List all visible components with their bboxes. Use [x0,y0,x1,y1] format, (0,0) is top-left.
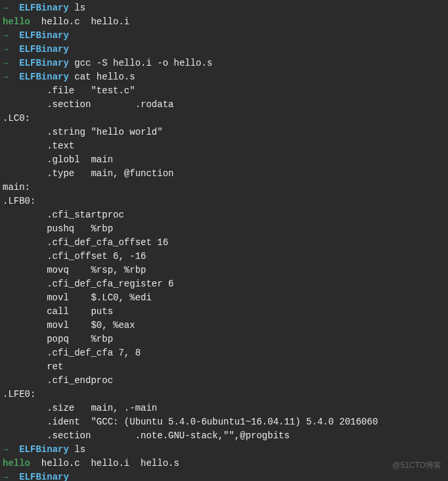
command-text: ls [74,3,85,13]
output-text: .ident "GCC: (Ubuntu 5.4.0-6ubuntu1~16.0… [3,417,378,427]
watermark: @51CTO博客 [392,459,441,471]
output-text: .cfi_def_cfa 7, 8 [3,348,141,358]
prompt-arrow-icon: → [3,472,8,481]
prompt-directory: ELFBinary [19,30,69,41]
prompt-arrow-icon: → [3,444,8,455]
output-text: main: [3,182,30,193]
output-text: .globl main [3,154,113,165]
prompt-directory: ELFBinary [19,472,69,481]
terminal-line: .text [3,139,445,153]
terminal-line: popq %rbp [3,332,445,346]
terminal-line: .LC0: [3,112,445,126]
output-text: .cfi_offset 6, -16 [3,251,146,262]
prompt-arrow-icon: → [3,3,8,13]
output-text: .size main, .-main [3,403,157,413]
output-text: .section .rodata [3,99,173,110]
output-text: .LFE0: [3,389,35,400]
terminal-line: → ELFBinary ls [3,1,445,15]
terminal-line: .globl main [3,153,445,167]
output-text: .file "test.c" [3,85,135,96]
output-text: .type main, @function [3,168,173,179]
terminal-line: hello hello.c hello.i [3,15,445,29]
terminal-line: .section .note.GNU-stack,"",@progbits [3,429,445,443]
output-text: .cfi_startproc [3,210,124,220]
prompt-directory: ELFBinary [19,3,69,13]
output-text: ret [3,361,63,372]
terminal-line: .cfi_startproc [3,208,445,222]
terminal-line: ret [3,360,445,374]
prompt-arrow-icon: → [3,72,8,82]
terminal-line: .cfi_def_cfa_offset 16 [3,236,445,250]
terminal-line: .LFE0: [3,388,445,401]
terminal-line: main: [3,181,445,195]
terminal-line: call puts [3,305,445,319]
prompt-directory: ELFBinary [19,444,69,455]
terminal-line: → ELFBinary gcc -S hello.i -o hello.s [3,57,445,70]
terminal-line: .cfi_endproc [3,374,445,388]
file-list: hello.c hello.i [30,16,129,27]
output-text: .LFB0: [3,196,35,206]
output-text: .LC0: [3,113,30,124]
prompt-directory: ELFBinary [19,44,69,55]
output-text: movl $.LC0, %edi [3,292,152,303]
output-text: movl $0, %eax [3,320,135,331]
command-text: cat hello.s [74,72,135,82]
output-text: pushq %rbp [3,223,113,234]
prompt-directory: ELFBinary [19,72,69,82]
terminal-line: → ELFBinary [3,470,445,481]
command-text: ls [74,444,85,455]
terminal-line: → ELFBinary cat hello.s [3,70,445,84]
terminal-line: .type main, @function [3,167,445,181]
terminal-line: → ELFBinary [3,29,445,43]
terminal-line: movq %rsp, %rbp [3,263,445,277]
executable-file: hello [3,458,30,469]
output-text: .text [3,141,74,151]
output-text: .cfi_def_cfa_offset 16 [3,237,168,248]
terminal-line: .ident "GCC: (Ubuntu 5.4.0-6ubuntu1~16.0… [3,415,445,429]
terminal-line: .LFB0: [3,195,445,208]
output-text: call puts [3,306,113,317]
terminal-line: pushq %rbp [3,222,445,236]
terminal-line: → ELFBinary [3,43,445,57]
output-text: .cfi_endproc [3,375,113,386]
terminal-line: movl $0, %eax [3,319,445,332]
terminal-line: .cfi_def_cfa 7, 8 [3,346,445,360]
output-text: .string "hello world" [3,127,163,137]
prompt-arrow-icon: → [3,58,8,68]
terminal-line: hello hello.c hello.i hello.s [3,457,445,470]
file-list: hello.c hello.i hello.s [30,458,179,469]
prompt-arrow-icon: → [3,30,8,41]
terminal-line: .cfi_offset 6, -16 [3,250,445,263]
terminal-line: .cfi_def_cfa_register 6 [3,277,445,291]
prompt-directory: ELFBinary [19,58,69,68]
output-text: popq %rbp [3,334,113,344]
output-text: .section .note.GNU-stack,"",@progbits [3,430,290,441]
terminal-output[interactable]: → ELFBinary lshello hello.c hello.i→ ELF… [3,1,445,481]
output-text: .cfi_def_cfa_register 6 [3,279,173,289]
terminal-line: .file "test.c" [3,84,445,98]
executable-file: hello [3,16,30,27]
command-text: gcc -S hello.i -o hello.s [74,58,212,68]
terminal-line: .size main, .-main [3,401,445,415]
prompt-arrow-icon: → [3,44,8,55]
terminal-line: .section .rodata [3,98,445,112]
terminal-line: → ELFBinary ls [3,443,445,457]
output-text: movq %rsp, %rbp [3,265,146,275]
terminal-line: .string "hello world" [3,126,445,139]
terminal-line: movl $.LC0, %edi [3,291,445,305]
